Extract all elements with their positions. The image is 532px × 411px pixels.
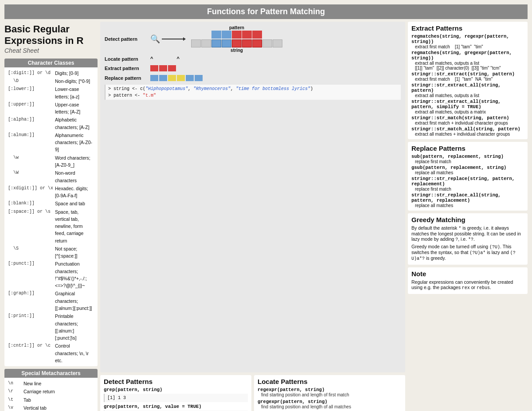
list-item: [:alnum:]]Alphanumeric characters; [A-Z0… xyxy=(7,131,95,154)
string-box xyxy=(222,39,231,47)
code-example: > string <- c("Hiphopopotamus", "Rhymeno… xyxy=(105,85,401,100)
code-comma2: , xyxy=(231,86,236,91)
list-item: [:space:]] or \sSpace, tab, vertical tab… xyxy=(7,208,95,245)
func-name: regmatches(string, gregexpr(pattern, str… xyxy=(411,50,524,61)
list-item: \DNon-digits; [^0-9] xyxy=(7,77,95,85)
arrow-line xyxy=(162,39,184,39)
detect-diagram: Detect pattern 🔍 pattern xyxy=(105,25,401,81)
special-meta-content: \nNew line \rCarriage return \tTab \vVer… xyxy=(4,378,98,411)
replace-box xyxy=(150,75,158,81)
greedy-matching-box: Greedy Matching By default the asterisk … xyxy=(408,213,528,265)
list-item: [:digit:]] or \dDigits; [0-9] xyxy=(7,69,95,77)
func-item: stringr::str_extract(string, pattern) ex… xyxy=(411,71,524,82)
func-item: regexpr(pattern, string) find starting p… xyxy=(258,387,402,397)
list-item: [:cntrl:]] or \cControl characters; \n, … xyxy=(7,342,95,364)
func-name: grep(pattern, string) xyxy=(104,387,248,392)
func-name: stringr::str_extract_all(string, pattern… xyxy=(411,99,524,110)
detect-arrow: 🔍 xyxy=(150,34,184,44)
replace-box xyxy=(177,75,185,81)
note-text: Regular expressions can conveniently be … xyxy=(411,279,524,290)
char-classes-header: Character Classes xyxy=(4,59,98,67)
header-banner: Functions for Pattern Matching xyxy=(4,4,528,19)
replace-row: Replace pattern xyxy=(105,75,401,81)
extract-boxes xyxy=(150,65,176,71)
func-item: stringr::str_extract_all(string, pattern… xyxy=(411,82,524,98)
func-item: grep(pattern, string, value = TRUE) [1] … xyxy=(104,404,248,411)
func-name: sub(pattern, replacement, string) xyxy=(411,154,524,159)
code-string3: "time for bottomless lyrics" xyxy=(236,86,310,91)
func-name: stringr::str_extract(string, pattern) xyxy=(411,71,524,77)
greedy-p2: Greedy mode can be turned off using (?U)… xyxy=(411,244,524,261)
right-column: Extract Patterns regmatches(string, rege… xyxy=(408,22,528,411)
note-title: Note xyxy=(411,270,524,278)
code-comma1: , xyxy=(188,86,193,91)
locate-patterns-header: Locate Patterns xyxy=(258,378,402,385)
pattern-boxes xyxy=(191,31,282,39)
list-item: \SNot space; [^[:space:]] xyxy=(7,245,95,260)
greedy-matching-title: Greedy Matching xyxy=(411,216,524,223)
func-desc: extract first match [1] "tam" "tim" xyxy=(415,44,524,49)
list-item: \nNew line xyxy=(7,380,95,388)
func-name: stringr::str_match_all(string, pattern) xyxy=(411,126,524,132)
subtitle: Cheat Sheet xyxy=(4,47,98,54)
greedy-p1: By default the asterisk * is greedy, i.e… xyxy=(411,225,524,242)
pattern-box xyxy=(211,31,221,39)
list-item: [:punct:]]Punctuation characters;!"#$%&'… xyxy=(7,260,95,290)
special-meta-box: Special Metacharacters \nNew line \rCarr… xyxy=(4,369,98,411)
func-name: stringr::str_replace_all(string, pattern… xyxy=(411,192,524,203)
string-box xyxy=(262,39,272,47)
func-item: gsub(pattern, replacement, string) repla… xyxy=(411,165,524,175)
func-output: [[1]] "tam" [[2]] character(0) [[3]] "ti… xyxy=(415,66,524,70)
extract-patterns-title: Extract Patterns xyxy=(411,24,524,32)
list-item: [:xdigit:]] or \xHexadec. digits; [0-9A-… xyxy=(7,184,95,200)
left-column: Basic Regular Expressions in R Cheat She… xyxy=(4,22,98,411)
func-item: stringr::str_replace(string, pattern, re… xyxy=(411,176,524,192)
extract-box xyxy=(159,65,167,71)
list-item: [:lower:]]Lower-case letters; [a-z] xyxy=(7,85,95,101)
list-item: [:blank:]]Space and tab xyxy=(7,200,95,207)
pattern-box xyxy=(222,31,231,39)
func-name: gsub(pattern, replacement, string) xyxy=(411,165,524,170)
detect-label: Detect pattern xyxy=(105,36,147,42)
string-box xyxy=(242,39,252,47)
func-item: stringr::str_match_all(string, pattern) … xyxy=(411,126,524,137)
func-item: sub(pattern, replacement, string) replac… xyxy=(411,154,524,164)
replace-patterns-box: Replace Patterns sub(pattern, replacemen… xyxy=(408,142,528,211)
list-item: \WNon-word characters xyxy=(7,169,95,184)
pattern-box xyxy=(242,31,252,39)
string-label: string xyxy=(191,48,282,53)
main-layout: Basic Regular Expressions in R Cheat She… xyxy=(4,22,528,411)
detect-locate-row: Detect Patterns grep(pattern, string) [1… xyxy=(100,375,405,411)
pattern-box xyxy=(232,31,242,39)
extract-box xyxy=(150,65,158,71)
func-desc: extract first match [1] "tam" NA "tim" xyxy=(415,77,524,82)
code-close: ) xyxy=(310,86,313,91)
func-name: regexpr(pattern, string) xyxy=(258,387,402,392)
replace-boxes xyxy=(150,75,203,81)
func-item: stringr::str_extract_all(string, pattern… xyxy=(411,99,524,114)
func-item: regmatches(string, gregexpr(pattern, str… xyxy=(411,50,524,70)
code-string2: "Rhymenoceros" xyxy=(193,86,231,91)
func-name: gregexpr(pattern, string) xyxy=(258,399,402,404)
list-item: [:print:]]Printable characters;[[:alnum:… xyxy=(7,312,95,342)
code-prompt2: > pattern <- xyxy=(108,93,143,98)
char-classes-content: [:digit:]] or \dDigits; [0-9] \DNon-digi… xyxy=(4,67,98,366)
func-item: stringr::str_replace_all(string, pattern… xyxy=(411,192,524,208)
func-item: stringr::str_match(string, pattern) extr… xyxy=(411,115,524,125)
func-desc: replace first match xyxy=(415,187,524,192)
locate-row: Locate pattern ^ ^ xyxy=(105,56,401,62)
func-desc: find starting position and length of all… xyxy=(261,404,402,409)
pattern-box xyxy=(252,31,262,39)
code-pattern: "t.m" xyxy=(143,93,156,98)
func-name: grep(pattern, string, value = TRUE) xyxy=(104,404,248,409)
string-box xyxy=(273,39,282,47)
func-name: stringr::str_replace(string, pattern, re… xyxy=(411,176,524,187)
string-box xyxy=(252,39,262,47)
list-item: [:alpha:]]Alphabetic characters; [A-Z] xyxy=(7,116,95,131)
string-box xyxy=(232,39,242,47)
string-boxes xyxy=(191,39,282,47)
func-desc: extract all matches + individual charact… xyxy=(415,132,524,137)
detect-patterns-box: Detect Patterns grep(pattern, string) [1… xyxy=(100,375,251,411)
header-title: Functions for Pattern Matching xyxy=(207,7,325,16)
func-item: gregexpr(pattern, string) find starting … xyxy=(258,399,402,409)
